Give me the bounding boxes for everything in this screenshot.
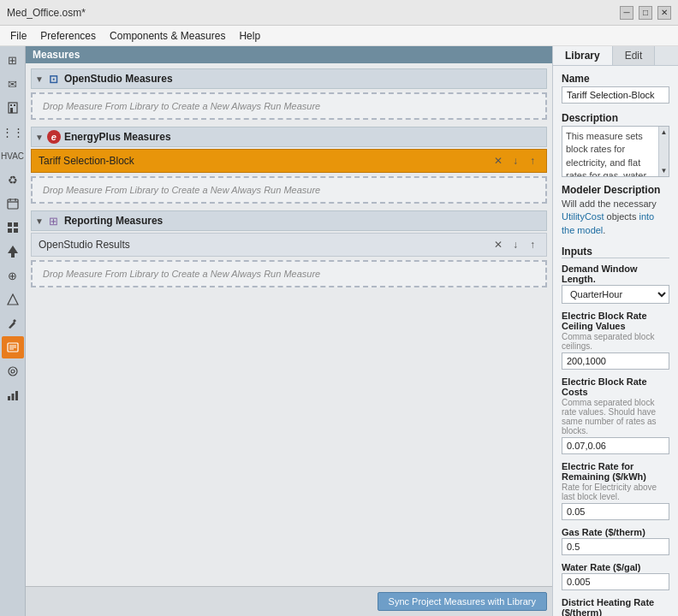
block-rate-ceiling-sublabel: Comma separated block ceilings. [562,332,669,351]
sidebar-icon-space-types[interactable]: ⊕ [2,264,24,287]
menu-help[interactable]: Help [232,26,267,46]
electric-remaining-input[interactable] [562,503,669,520]
section-reporting-icon: ⊞ [47,214,61,228]
section-energyplus-icon: e [47,130,61,144]
svg-rect-23 [15,391,18,400]
section-openstudio-header[interactable]: ▼ ⊡ OpenStudio Measures [31,68,547,89]
measure-remove-button[interactable]: ✕ [491,154,505,168]
svg-rect-4 [8,199,18,209]
description-box: This measure sets block rates for electr… [562,126,669,177]
section-energyplus: ▼ e EnergyPlus Measures Tariff Selection… [31,127,547,204]
section-energyplus-header[interactable]: ▼ e EnergyPlus Measures [31,127,547,147]
sync-button[interactable]: Sync Project Measures with Library [378,592,547,611]
openstudio-drop-zone[interactable]: Drop Measure From Library to Create a Ne… [31,92,547,120]
section-openstudio-icon: ⊡ [47,72,61,86]
sidebar-icon-plant[interactable]: ♻ [2,169,24,191]
section-energyplus-title: EnergyPlus Measures [64,131,171,143]
maximize-button[interactable]: □ [639,6,652,20]
sidebar-icon-building[interactable] [2,97,24,119]
tab-edit[interactable]: Edit [613,46,656,65]
description-label: Description [562,112,669,124]
studio-up-button[interactable]: ↑ [526,238,539,252]
section-reporting-title: Reporting Measures [64,215,163,227]
energyplus-drop-zone[interactable]: Drop Measure From Library to Create a Ne… [31,176,547,204]
measure-down-button[interactable]: ↓ [508,154,522,168]
content-area: Measures ▼ ⊡ OpenStudio Measures Drop Me… [26,46,678,616]
name-input[interactable] [562,86,669,104]
svg-rect-1 [10,108,13,113]
section-openstudio-title: OpenStudio Measures [64,73,173,85]
studio-results-item[interactable]: OpenStudio Results ✕ ↓ ↑ [31,233,547,257]
menu-preferences[interactable]: Preferences [33,26,103,46]
detail-panel: Library Edit Name Description This measu… [552,46,678,616]
measures-body: ▼ ⊡ OpenStudio Measures Drop Measure Fro… [26,63,552,586]
description-text: This measure sets block rates for electr… [566,130,665,177]
sidebar: ⊞ ✉ ⋮⋮ HVAC ♻ ⊕ [0,46,26,616]
section-openstudio: ▼ ⊡ OpenStudio Measures Drop Measure Fro… [31,68,547,120]
description-scrollbar[interactable]: ▲ ▼ [658,127,669,176]
section-reporting-header[interactable]: ▼ ⊞ Reporting Measures [31,210,547,231]
sidebar-icon-spaces[interactable]: ⋮⋮ [2,121,24,143]
main-layout: ⊞ ✉ ⋮⋮ HVAC ♻ ⊕ [0,46,678,616]
sidebar-icon-geometry[interactable] [2,288,24,311]
demand-window-label: Demand Window Length. [562,264,669,284]
district-heating-label: District Heating Rate ($/therm) [562,597,669,616]
gas-rate-input[interactable] [562,538,669,555]
svg-marker-14 [8,294,18,305]
scroll-down-icon[interactable]: ▼ [659,165,669,176]
section-reporting-arrow: ▼ [35,216,44,226]
sidebar-icon-hvac[interactable]: HVAC [2,145,24,167]
svg-rect-9 [14,222,18,227]
sidebar-icon-results[interactable] [2,360,24,382]
menu-components-measures[interactable]: Components & Measures [103,26,232,46]
tab-library[interactable]: Library [553,46,613,65]
sync-bar: Sync Project Measures with Library [26,586,552,616]
electric-remaining-label: Electric Rate for Remaining ($/kWh) [562,461,669,482]
svg-rect-13 [11,253,15,258]
demand-window-select[interactable]: QuarterHour HalfHour FullHour TwoHours [562,285,669,304]
studio-down-button[interactable]: ↓ [508,238,522,252]
block-rate-ceiling-input[interactable] [562,352,669,370]
block-rate-costs-input[interactable] [562,437,669,454]
sidebar-icon-constructions[interactable] [2,216,24,239]
scroll-up-icon[interactable]: ▲ [659,127,669,138]
detail-body: Name Description This measure sets block… [553,66,678,616]
sidebar-icon-site[interactable]: ⊞ [2,49,24,71]
block-rate-costs-sublabel: Comma separated block rate values. Shoul… [562,398,669,435]
water-rate-input[interactable] [562,573,669,590]
sidebar-icon-loads[interactable] [2,240,24,263]
block-rate-ceiling-label: Electric Block Rate Ceiling Values [562,311,669,331]
measure-tariff-block[interactable]: Tariff Selection-Block ✕ ↓ ↑ [31,149,547,173]
sidebar-icon-measures[interactable] [2,336,24,358]
svg-rect-10 [8,228,12,233]
title-bar: Med_Office.osm* ─ □ ✕ [0,0,678,26]
sidebar-icon-schedules[interactable] [2,192,24,215]
modeler-label: Modeler Description [562,184,669,196]
measures-panel: Measures ▼ ⊡ OpenStudio Measures Drop Me… [26,46,552,616]
sidebar-icon-charts[interactable] [2,384,24,406]
sidebar-icon-tools[interactable] [2,312,24,335]
svg-rect-3 [14,104,15,106]
section-openstudio-arrow: ▼ [35,74,44,84]
minimize-button[interactable]: ─ [620,6,633,20]
section-energyplus-arrow: ▼ [35,133,44,142]
gas-rate-label: Gas Rate ($/therm) [562,527,669,537]
menu-file[interactable]: File [3,26,33,46]
measures-panel-header: Measures [26,46,552,63]
studio-item-controls: ✕ ↓ ↑ [491,238,539,252]
svg-rect-21 [8,396,10,400]
sidebar-icon-envelope[interactable]: ✉ [2,73,24,95]
svg-point-19 [9,367,17,376]
name-label: Name [562,73,669,85]
window-title: Med_Office.osm* [7,7,86,19]
close-button[interactable]: ✕ [657,6,671,20]
reporting-drop-zone[interactable]: Drop Measure From Library to Create a Ne… [31,260,547,287]
detail-tabs: Library Edit [553,46,678,66]
svg-rect-22 [11,394,14,400]
modeler-text: Will add the necessary UtilityCost objec… [562,198,669,237]
electric-remaining-sublabel: Rate for Electricity above last block le… [562,483,669,501]
studio-remove-button[interactable]: ✕ [491,238,505,252]
measure-item-controls: ✕ ↓ ↑ [491,154,539,168]
measure-up-button[interactable]: ↑ [526,154,539,168]
window-controls: ─ □ ✕ [620,6,671,20]
